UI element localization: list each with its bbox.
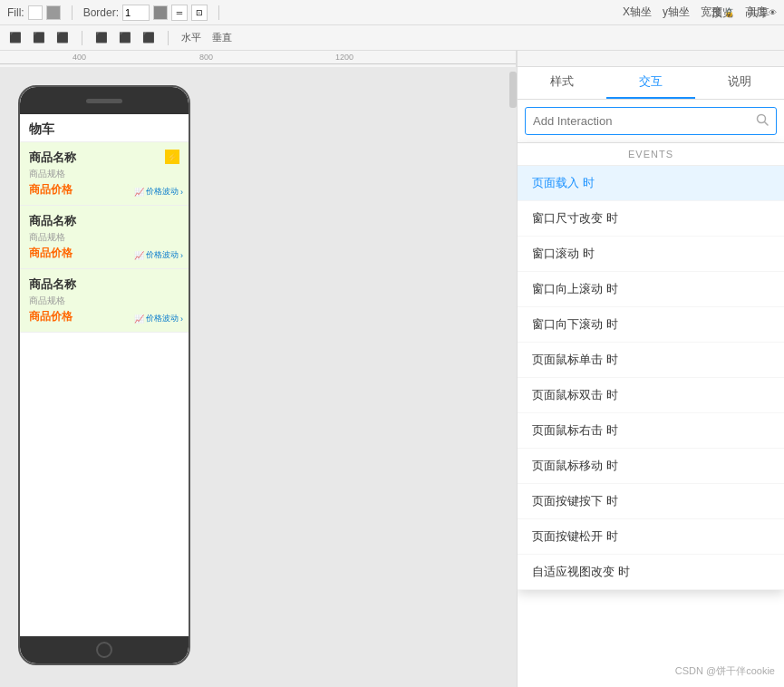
phone-screen: 物车 商品名称 商品规格 商品价格 ⚡ 📈 价格波动 › bbox=[20, 114, 189, 636]
item-2-spec: 商品规格 bbox=[29, 231, 179, 244]
event-window-scroll[interactable]: 窗口滚动 时 bbox=[518, 237, 784, 272]
preview-button[interactable]: 预览 bbox=[708, 4, 737, 23]
footer-watermark: CSDN @饼干伴cookie bbox=[675, 664, 775, 678]
item-3-spec: 商品规格 bbox=[29, 295, 179, 307]
align-center-h[interactable]: ⬛ bbox=[31, 30, 47, 45]
events-section-header: EVENTS bbox=[518, 143, 784, 166]
share-button[interactable]: 共享 bbox=[744, 4, 773, 23]
separator-1 bbox=[72, 5, 73, 20]
event-adaptive-change[interactable]: 自适应视图改变 时 bbox=[518, 555, 784, 590]
event-page-dblclick[interactable]: 页面鼠标双击 时 bbox=[518, 378, 784, 413]
event-window-scroll-up[interactable]: 窗口向上滚动 时 bbox=[518, 272, 784, 307]
cart-item-1: 商品名称 商品规格 商品价格 ⚡ 📈 价格波动 › bbox=[20, 142, 189, 206]
tab-interaction[interactable]: 交互 bbox=[606, 73, 695, 99]
lightning-badge-1: ⚡ bbox=[165, 150, 179, 164]
phone-speaker bbox=[86, 99, 122, 103]
item-2-name: 商品名称 bbox=[29, 213, 179, 229]
phone-home-button bbox=[96, 642, 112, 658]
canvas-content: 物车 商品名称 商品规格 商品价格 ⚡ 📈 价格波动 › bbox=[0, 67, 517, 687]
cart-item-2: 商品名称 商品规格 商品价格 📈 价格波动 › bbox=[20, 206, 189, 269]
ruler-row: 400 800 1200 bbox=[0, 51, 784, 67]
events-dropdown: EVENTS 页面载入 时 窗口尺寸改变 时 窗口滚动 时 窗口向上滚动 时 窗… bbox=[518, 142, 784, 590]
svg-line-1 bbox=[765, 122, 769, 126]
align-center-v[interactable]: ⬛ bbox=[117, 30, 133, 45]
add-interaction-input[interactable] bbox=[526, 109, 749, 133]
second-toolbar: ⬛ ⬛ ⬛ ⬛ ⬛ ⬛ 水平 垂直 bbox=[0, 25, 784, 51]
event-window-resize[interactable]: 窗口尺寸改变 时 bbox=[518, 201, 784, 237]
border-group: Border: ═ ⊡ bbox=[83, 5, 208, 21]
canvas-area: 物车 商品名称 商品规格 商品价格 ⚡ 📈 价格波动 › bbox=[0, 67, 517, 687]
main-area: 物车 商品名称 商品规格 商品价格 ⚡ 📈 价格波动 › bbox=[0, 67, 784, 687]
separator-align bbox=[82, 31, 82, 45]
right-panel: 样式 交互 说明 EVENT bbox=[517, 67, 784, 687]
distribute-v[interactable]: 垂直 bbox=[210, 29, 234, 46]
event-page-mousemove[interactable]: 页面鼠标移动 时 bbox=[518, 449, 784, 484]
event-page-rightclick[interactable]: 页面鼠标右击 时 bbox=[518, 413, 784, 449]
item-1-spec: 商品规格 bbox=[29, 168, 179, 180]
price-link-1[interactable]: 📈 价格波动 › bbox=[134, 186, 183, 198]
event-window-scroll-down[interactable]: 窗口向下滚动 时 bbox=[518, 307, 784, 343]
event-page-click[interactable]: 页面鼠标单击 时 bbox=[518, 343, 784, 378]
ruler: 400 800 1200 bbox=[0, 51, 517, 67]
border-label: Border: bbox=[83, 6, 119, 19]
align-left[interactable]: ⬛ bbox=[7, 30, 24, 45]
border-input[interactable] bbox=[122, 5, 150, 21]
y-axis-label: y轴坐 bbox=[663, 5, 690, 20]
interaction-panel: EVENTS 页面载入 时 窗口尺寸改变 时 窗口滚动 时 窗口向上滚动 时 窗… bbox=[518, 100, 784, 687]
tabs-row: 样式 交互 说明 bbox=[518, 67, 784, 100]
top-right-actions: 预览 共享 bbox=[708, 4, 773, 23]
align-bottom[interactable]: ⬛ bbox=[140, 30, 157, 45]
tab-style[interactable]: 样式 bbox=[518, 73, 606, 99]
tab-description[interactable]: 说明 bbox=[695, 73, 784, 99]
align-top[interactable]: ⬛ bbox=[93, 30, 110, 45]
ruler-right-section bbox=[517, 51, 784, 66]
distribute-h[interactable]: 水平 bbox=[179, 29, 203, 46]
item-3-name: 商品名称 bbox=[29, 276, 179, 293]
separator-2 bbox=[218, 5, 219, 20]
border-style-dashed[interactable]: ⊡ bbox=[191, 5, 208, 21]
phone-top-bar bbox=[20, 87, 189, 114]
search-icon[interactable] bbox=[749, 108, 776, 134]
event-page-keydown[interactable]: 页面按键按下 时 bbox=[518, 484, 784, 519]
fill-color-gray[interactable] bbox=[46, 5, 61, 20]
price-link-3[interactable]: 📈 价格波动 › bbox=[134, 313, 183, 324]
fill-color-empty[interactable] bbox=[28, 5, 43, 20]
separator-align-2 bbox=[168, 31, 169, 45]
ruler-mark-400: 400 bbox=[73, 53, 86, 62]
item-1-name: 商品名称 bbox=[29, 150, 179, 166]
phone-bottom-bar bbox=[20, 636, 189, 663]
phone-mockup: 物车 商品名称 商品规格 商品价格 ⚡ 📈 价格波动 › bbox=[18, 85, 190, 665]
add-interaction-container bbox=[525, 107, 777, 135]
event-page-load[interactable]: 页面载入 时 bbox=[518, 166, 784, 201]
x-axis-label: X轴坐 bbox=[623, 5, 652, 20]
border-color-gray[interactable] bbox=[153, 5, 168, 20]
ruler-mark-1200: 1200 bbox=[335, 53, 353, 62]
event-page-keyup[interactable]: 页面按键松开 时 bbox=[518, 519, 784, 555]
align-right[interactable]: ⬛ bbox=[54, 30, 71, 45]
cart-header: 物车 bbox=[20, 114, 189, 142]
price-link-2[interactable]: 📈 价格波动 › bbox=[134, 249, 183, 261]
fill-group: Fill: bbox=[7, 5, 61, 20]
cart-item-3: 商品名称 商品规格 商品价格 📈 价格波动 › bbox=[20, 269, 189, 333]
canvas-scrollbar-thumb[interactable] bbox=[509, 72, 517, 108]
top-toolbar: Fill: Border: ═ ⊡ X轴坐 y轴坐 宽度 🔒 高度 👁 预览 共… bbox=[0, 0, 784, 25]
fill-label: Fill: bbox=[7, 6, 24, 19]
canvas-scrollbar[interactable] bbox=[509, 67, 517, 687]
ruler-mark-800: 800 bbox=[199, 53, 213, 62]
border-style-solid[interactable]: ═ bbox=[171, 5, 188, 21]
